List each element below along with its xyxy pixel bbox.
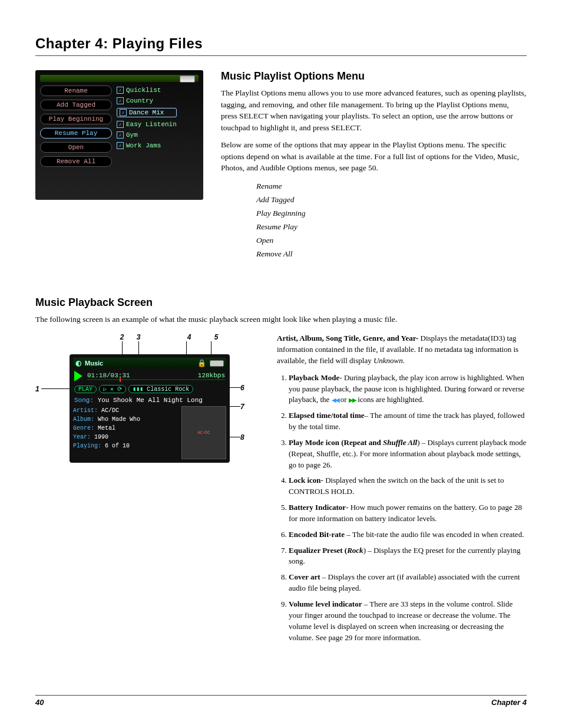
playback-screen-heading: Music Playback Screen — [35, 297, 527, 309]
option-play-beginning: Play Beginning — [256, 207, 527, 220]
lock-icon: 🔒 — [197, 359, 206, 367]
battery-icon — [210, 360, 224, 367]
player-title: Music — [85, 360, 103, 367]
playlist-country[interactable]: ♪Country — [117, 97, 177, 104]
def-elapsed-time: Elapsed time/total time– The amount of t… — [289, 410, 527, 433]
eq-bars-icon: ▮▮▮ — [133, 386, 143, 393]
play-label-pill: PLAY — [74, 386, 97, 393]
option-open: Open — [256, 234, 527, 248]
option-remove-all: Remove All — [256, 248, 527, 261]
menu-rename[interactable]: Rename — [40, 85, 112, 96]
def-lock-icon: Lock icon- Displayed when the switch on … — [289, 475, 527, 498]
genre-label: Genre: — [73, 425, 94, 431]
playlist-icon: ♪ — [117, 121, 124, 128]
year-value: 1990 — [94, 434, 108, 440]
def-cover-art: Cover art – Displays the cover art (if a… — [289, 572, 527, 594]
playlist-options-heading: Music Playlist Options Menu — [221, 70, 527, 83]
callout-1: 1 — [35, 385, 39, 393]
artist-label: Artist: — [73, 407, 98, 414]
progress-bar[interactable] — [87, 379, 225, 380]
def-battery-indicator: Battery Indicator- How much power remain… — [289, 502, 527, 525]
page-number: 40 — [35, 698, 44, 707]
playlist-icon: ♪ — [117, 87, 124, 94]
playlist-label: Country — [126, 97, 153, 104]
song-label: Song: — [74, 397, 94, 404]
song-title: You Shook Me All Night Long — [98, 397, 203, 404]
playlist-label: Gym — [126, 131, 138, 139]
screenshot-topbar — [40, 75, 199, 82]
elapsed-total-time: 01:18/03:31 — [87, 372, 130, 379]
playlist-dance-mix[interactable]: ♪Dance Mix — [117, 108, 177, 117]
callout-8: 8 — [240, 433, 244, 442]
playback-screen-intro: The following screen is an example of wh… — [35, 314, 527, 325]
footer-chapter: Chapter 4 — [491, 698, 527, 707]
metadata-lead: Artist, Album, Song Title, Genre, and Ye… — [277, 333, 527, 367]
callout-definitions: Artist, Album, Song Title, Genre, and Ye… — [277, 333, 527, 648]
menu-resume-play[interactable]: Resume Play — [40, 128, 112, 139]
playback-diagram: 2 3 4 5 1 6 7 8 — [35, 333, 259, 648]
playlist-label: Dance Mix — [129, 109, 164, 116]
playmode-icons: ▷ ✕ ⟳ — [99, 385, 126, 393]
cover-art: AC⚡DC — [181, 406, 226, 459]
option-rename: Rename — [256, 180, 527, 193]
eq-preset: Classic Rock — [147, 386, 189, 393]
callout-5: 5 — [213, 333, 219, 341]
playlist-icon: ♪ — [117, 97, 124, 104]
playing-value: 6 of 10 — [105, 443, 130, 449]
playlist-work-jams[interactable]: ♪Work Jams — [117, 142, 177, 149]
playing-label: Playing: — [73, 443, 101, 449]
playlist-quicklist[interactable]: ♪Quicklist — [117, 87, 177, 94]
callout-4: 4 — [186, 333, 192, 341]
playlist-label: Quicklist — [126, 87, 161, 94]
playlist-column: ♪Quicklist ♪Country ♪Dance Mix ♪Easy Lis… — [117, 85, 177, 167]
playlist-label: Easy Listenin — [126, 121, 177, 128]
playlist-label: Work Jams — [126, 142, 161, 149]
playlist-icon: ♪ — [117, 142, 124, 149]
play-icon[interactable] — [74, 371, 82, 381]
genre-value: Metal — [98, 425, 115, 431]
menu-add-tagged[interactable]: Add Tagged — [40, 100, 112, 110]
playback-screenshot: ◐ Music 🔒 01:18/03:31 128kbps — [70, 354, 230, 463]
def-eq-preset: Equalizer Preset (Rock) – Displays the E… — [289, 545, 527, 568]
title-rule — [35, 55, 527, 56]
def-playback-mode: Playback Mode- During playback, the play… — [289, 373, 527, 406]
callout-3: 3 — [135, 333, 141, 341]
option-resume-play: Resume Play — [256, 220, 527, 234]
battery-icon — [180, 75, 195, 83]
bitrate: 128kbps — [198, 372, 225, 379]
playlist-options-para2: Below are some of the options that may a… — [221, 139, 527, 174]
playlist-icon: ♪ — [117, 131, 124, 139]
callout-6: 6 — [240, 384, 244, 392]
rewind-icon: ◀◀ — [332, 396, 339, 405]
callout-7: 7 — [240, 403, 244, 411]
artist-value: AC/DC — [101, 407, 119, 414]
option-list: Rename Add Tagged Play Beginning Resume … — [256, 180, 527, 261]
playlist-options-screenshot: Rename Add Tagged Play Beginning Resume … — [35, 70, 203, 200]
menu-play-beginning[interactable]: Play Beginning — [40, 114, 112, 124]
eq-pill: ▮▮▮ Classic Rock — [128, 385, 193, 393]
year-label: Year: — [73, 434, 91, 440]
forward-icon: ▶▶ — [349, 396, 356, 405]
menu-open[interactable]: Open — [40, 142, 112, 153]
playlist-icon: ♪ — [120, 109, 127, 116]
chapter-title: Chapter 4: Playing Files — [35, 35, 527, 52]
option-add-tagged: Add Tagged — [256, 193, 527, 207]
playlist-easy-listening[interactable]: ♪Easy Listenin — [117, 121, 177, 128]
def-bitrate: Encoded Bit-rate – The bit-rate the audi… — [289, 529, 527, 541]
album-value: Who Made Who — [98, 416, 140, 423]
def-volume-indicator: Volume level indicator – There are 33 st… — [289, 599, 527, 643]
def-play-mode-icon: Play Mode icon (Repeat and Shuffle All) … — [289, 437, 527, 471]
callout-2: 2 — [119, 333, 125, 341]
album-label: Album: — [73, 416, 94, 423]
options-menu-column: Rename Add Tagged Play Beginning Resume … — [40, 85, 112, 167]
playlist-gym[interactable]: ♪Gym — [117, 131, 177, 139]
menu-remove-all[interactable]: Remove All — [40, 156, 112, 167]
playlist-options-para1: The Playlist Options menu allows you to … — [221, 87, 527, 133]
music-icon: ◐ — [75, 359, 81, 367]
top-callouts: 2 3 4 5 — [70, 333, 259, 341]
page-footer: 40 Chapter 4 — [35, 695, 527, 707]
